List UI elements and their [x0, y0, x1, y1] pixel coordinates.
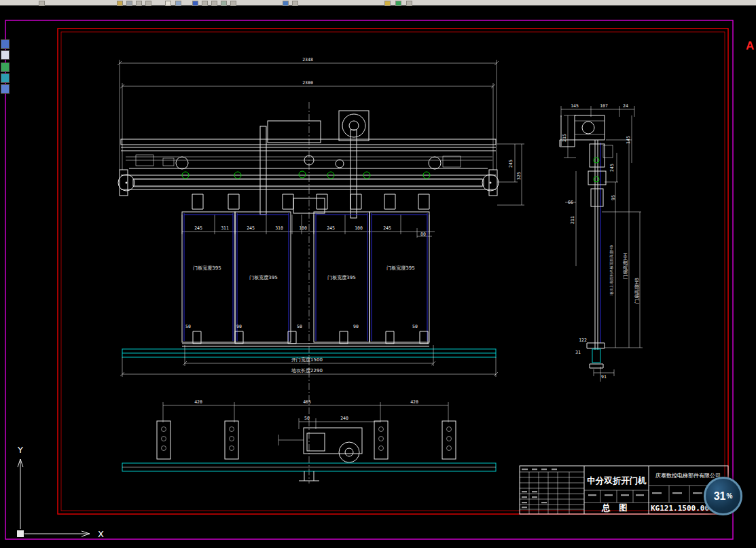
- dim-label: 91: [601, 374, 607, 380]
- dim-label: 215: [562, 134, 567, 142]
- zoom-badge[interactable]: 31%: [704, 477, 742, 515]
- sill-length-label: 地坎长度2290: [291, 368, 323, 373]
- dim-label: 211: [570, 216, 575, 224]
- door-height-hh-label: 门扇高度HH: [623, 253, 628, 280]
- dim-label: 100: [355, 225, 363, 231]
- toolbar-icon[interactable]: [384, 1, 391, 6]
- toolbar-icon[interactable]: [175, 1, 181, 6]
- toolbar-icon[interactable]: [1, 39, 10, 49]
- dim-label: 50: [304, 416, 310, 421]
- panel-width-label: 门板宽度395: [193, 265, 221, 271]
- toolbar-icon[interactable]: [1, 62, 10, 72]
- toolbar-icon[interactable]: [1, 84, 10, 94]
- dim-label: 80: [420, 232, 426, 237]
- dim-label: 245: [194, 225, 202, 231]
- dim-label: 95: [611, 195, 616, 200]
- dim-label: 100: [299, 225, 307, 231]
- revision-marker: A: [746, 39, 754, 52]
- ucs-y-label: Y: [17, 445, 23, 455]
- toolbar-icon[interactable]: [283, 1, 289, 6]
- toolbar-icon[interactable]: [395, 1, 401, 6]
- company-name: 庆泰数控电梯部件有限公司: [655, 473, 721, 479]
- dim-label: 90: [236, 324, 242, 329]
- dim-label: 2300: [302, 80, 313, 86]
- toolbar-icon[interactable]: [406, 1, 412, 6]
- dim-label: 50: [297, 324, 302, 329]
- dim-label: 145: [571, 103, 579, 109]
- dim-label: 107: [600, 103, 608, 109]
- dim-label: 420: [410, 399, 418, 405]
- dim-label: 245: [383, 225, 391, 231]
- toolbar-icon[interactable]: [136, 1, 142, 6]
- toolbar-icon[interactable]: [126, 1, 132, 6]
- toolbar-icon[interactable]: [1, 50, 10, 60]
- toolbar-icon[interactable]: [145, 1, 151, 6]
- dim-label: 31: [575, 350, 581, 355]
- title-block: 中分双折开门机 总 图 庆泰数控电梯部件有限公司 KG121.1500.00: [520, 466, 728, 514]
- dim-label: 245: [247, 225, 255, 231]
- dim-label: 245: [508, 160, 514, 168]
- toolbar-fragment: [0, 0, 756, 5]
- toolbar-icon[interactable]: [165, 1, 171, 6]
- dim-label: 420: [194, 399, 202, 405]
- dim-label: 245: [609, 164, 615, 172]
- side-toolbar-fragment: [0, 5, 10, 548]
- dim-label: 50: [185, 324, 191, 329]
- dim-label: 24: [623, 103, 628, 109]
- toolbar-icon[interactable]: [292, 1, 298, 6]
- height-hb-label: 地坎上表面到吊板顶面高度HB: [609, 245, 614, 296]
- toolbar-icon[interactable]: [221, 1, 227, 6]
- ucs-icon: Y X: [17, 445, 104, 539]
- toolbar-icon[interactable]: [1, 73, 10, 83]
- toolbar-icon[interactable]: [192, 1, 198, 6]
- dim-label: 90: [353, 324, 359, 329]
- front-view: [118, 60, 524, 483]
- dim-label: 311: [221, 225, 229, 231]
- door-height-hb-label: 门扇高度HB: [634, 278, 640, 304]
- dimension-labels-layer: 2348230024531124531010024510024580门板宽度39…: [185, 57, 640, 421]
- drawing-canvas[interactable]: A: [0, 0, 756, 548]
- drawing-number: KG121.1500.00: [651, 504, 709, 513]
- dim-label: 325: [516, 172, 522, 180]
- zoom-percent-sign: %: [726, 492, 732, 500]
- dim-label: 50: [412, 324, 418, 329]
- toolbar-icon[interactable]: [39, 1, 45, 6]
- dim-label: 245: [327, 225, 335, 231]
- dim-label: 122: [579, 337, 587, 343]
- dim-label: 145: [626, 136, 631, 144]
- panel-width-label: 门板宽度395: [386, 265, 414, 271]
- dim-label: 2348: [302, 57, 313, 62]
- toolbar-icon[interactable]: [230, 1, 236, 6]
- dim-label: 240: [340, 416, 348, 421]
- dim-label: 465: [303, 399, 311, 405]
- side-view: [560, 106, 643, 382]
- panel-width-label: 门板宽度395: [249, 274, 277, 280]
- zoom-value: 31: [714, 490, 726, 503]
- toolbar-icon[interactable]: [211, 1, 217, 6]
- sheet-type-label: 总 图: [601, 503, 628, 513]
- ucs-x-label: X: [98, 529, 104, 539]
- dim-label: 310: [275, 225, 283, 231]
- opening-width-label: 开门宽度1500: [291, 357, 323, 363]
- toolbar-icon[interactable]: [117, 1, 123, 6]
- product-title: 中分双折开门机: [587, 475, 647, 486]
- panel-width-label: 门板宽度395: [327, 274, 355, 280]
- dim-label: 66: [568, 200, 573, 205]
- toolbar-icon[interactable]: [202, 1, 208, 6]
